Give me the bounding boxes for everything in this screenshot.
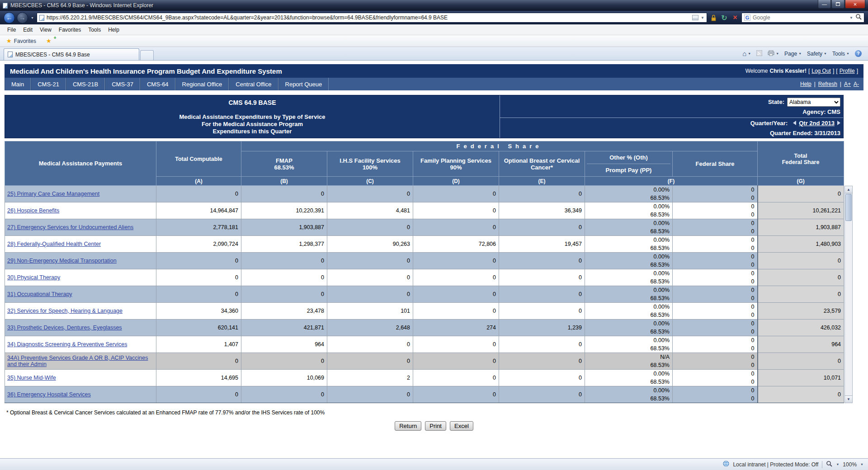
nav-tab-report-queue[interactable]: Report Queue <box>278 78 329 90</box>
federal-share-value: 0 <box>673 244 757 252</box>
payment-link[interactable]: 28) Federally-Qualified Health Center <box>7 241 101 247</box>
payment-link[interactable]: 29) Non-Emergency Medical Transportation <box>7 258 117 264</box>
history-dropdown-icon[interactable]: ▼ <box>30 16 35 19</box>
nav-tab-main[interactable]: Main <box>5 78 31 90</box>
menu-edit[interactable]: Edit <box>19 24 36 35</box>
refresh-link[interactable]: Refresh <box>818 81 837 87</box>
help-button[interactable]: ? <box>855 50 862 57</box>
nav-tab-cms-64[interactable]: CMS-64 <box>140 78 175 90</box>
payment-link[interactable]: 31) Occupational Therapy <box>7 291 72 297</box>
state-select[interactable]: Alabama <box>787 98 840 107</box>
compatibility-view-icon[interactable] <box>692 15 698 20</box>
payment-link[interactable]: 32) Services for Speech, Hearing & Langu… <box>7 308 123 314</box>
cell-g-total-federal-share: 10,071 <box>758 370 844 386</box>
maximize-button[interactable] <box>831 0 844 9</box>
logout-link[interactable]: Log Out <box>811 68 831 74</box>
refresh-button[interactable]: ↻ <box>720 13 729 23</box>
cell-b: 0 <box>241 286 327 303</box>
next-quarter-icon[interactable] <box>837 121 840 125</box>
cell-c: 0 <box>327 253 413 269</box>
page-menu-button[interactable]: Page ▼ <box>784 51 802 57</box>
prompt-pay-value: 68.53% <box>585 244 672 252</box>
print-button[interactable]: Print <box>425 421 446 431</box>
print-button[interactable]: ▼ <box>768 50 779 57</box>
zoom-level[interactable]: 100% <box>843 461 857 468</box>
payment-link[interactable]: 25) Primary Care Case Management <box>7 191 99 197</box>
payment-link[interactable]: 27) Emergency Services for Undocumented … <box>7 224 133 230</box>
cell-g-total-federal-share: 0 <box>758 186 844 202</box>
menu-help[interactable]: Help <box>104 24 123 35</box>
nav-tab-cms-37[interactable]: CMS-37 <box>105 78 140 90</box>
safety-menu-button[interactable]: Safety ▼ <box>807 51 827 57</box>
font-decrease-link[interactable]: A- <box>854 81 859 87</box>
font-increase-link[interactable]: A+ <box>844 81 851 87</box>
add-favorite-button[interactable]: ★ + <box>43 37 54 45</box>
col-letter-c: (C) <box>327 177 413 186</box>
back-button[interactable]: ← <box>4 12 15 24</box>
scrollbar-thumb[interactable] <box>845 194 852 221</box>
state-label: State: <box>768 99 784 105</box>
search-box[interactable]: G ▼ <box>741 13 864 23</box>
menu-favorites[interactable]: Favorites <box>55 24 85 35</box>
tools-menu-button[interactable]: Tools ▼ <box>832 51 849 57</box>
quarter-link[interactable]: Qtr 2nd 2013 <box>799 120 835 127</box>
nav-tab-cms-21b[interactable]: CMS-21B <box>66 78 105 90</box>
cell-federal-share: 00 <box>673 202 758 219</box>
vertical-scrollbar[interactable]: ▲ ▼ <box>844 186 853 403</box>
cell-a: 34,360 <box>156 303 241 320</box>
payment-link[interactable]: 34A) Preventive Services Grade A OR B, A… <box>7 355 148 367</box>
zoom-dropdown-icon[interactable]: ▼ <box>860 463 863 466</box>
scrollbar-track[interactable] <box>845 221 852 395</box>
minimize-button[interactable]: — <box>818 0 831 9</box>
stop-button[interactable]: × <box>731 13 740 23</box>
home-button[interactable]: ⌂ ▼ <box>742 50 751 57</box>
favorites-label: Favorites <box>14 38 36 44</box>
profile-link[interactable]: Profile <box>840 68 855 74</box>
cell-c: 90,263 <box>327 236 413 253</box>
form-title-block: CMS 64.9 BASE Medical Assistance Expendi… <box>5 95 500 138</box>
scrollbar-up-button[interactable]: ▲ <box>845 186 852 193</box>
search-magnifier-icon[interactable] <box>855 14 862 22</box>
user-name: Chris Kessler! <box>770 68 807 74</box>
status-bar: Local intranet | Protected Mode: Off ▼ 1… <box>0 458 868 470</box>
nav-tab-regional-office[interactable]: Regional Office <box>175 78 229 90</box>
new-tab-button[interactable] <box>140 50 154 60</box>
col-header-family-planning: Family Planning Services90% <box>413 151 499 177</box>
payment-link[interactable]: 26) Hospice Benefits <box>7 207 59 214</box>
previous-quarter-icon[interactable] <box>793 121 796 125</box>
payment-link[interactable]: 36) Emergency Hospital Services <box>7 391 91 398</box>
return-button[interactable]: Return <box>395 421 421 431</box>
browser-tab[interactable]: MBES/CBES - CMS 64.9 Base <box>4 48 139 60</box>
search-dropdown-icon[interactable]: ▼ <box>849 16 853 20</box>
payment-link[interactable]: 34) Diagnostic Screening & Preventive Se… <box>7 341 127 348</box>
payment-link[interactable]: 35) Nurse Mid-Wife <box>7 375 56 381</box>
menu-view[interactable]: View <box>36 24 55 35</box>
close-button[interactable]: × <box>845 0 865 9</box>
prompt-pay-value: 68.53% <box>585 277 672 286</box>
payment-link[interactable]: 30) Physical Therapy <box>7 274 60 281</box>
col-header-breast-cervical-cancer: Optional Breast or CervicalCancer* <box>499 151 585 177</box>
scrollbar-down-button[interactable]: ▼ <box>845 395 852 403</box>
forward-button[interactable]: → <box>17 12 28 24</box>
nav-tab-central-office[interactable]: Central Office <box>229 78 278 90</box>
cell-a: 14,964,847 <box>156 202 241 219</box>
zoom-magnifier-icon[interactable] <box>826 461 832 468</box>
prompt-pay-value: 68.53% <box>585 311 672 319</box>
excel-button[interactable]: Excel <box>450 421 473 431</box>
nav-tab-cms-21[interactable]: CMS-21 <box>31 78 66 90</box>
search-input[interactable] <box>753 14 847 21</box>
address-field[interactable]: ▼ <box>37 13 707 23</box>
help-link[interactable]: Help <box>800 81 811 87</box>
menu-tools[interactable]: Tools <box>85 24 104 35</box>
zoom-icon-dropdown[interactable]: ▼ <box>836 463 839 466</box>
favorites-button[interactable]: ★ Favorites <box>4 37 39 45</box>
payment-link[interactable]: 33) Prosthetic Devices, Dentures, Eyegla… <box>7 324 122 331</box>
url-input[interactable] <box>47 14 690 21</box>
cell-b: 1,298,377 <box>241 236 327 253</box>
menu-file[interactable]: File <box>4 24 19 35</box>
col-header-total-federal-share: TotalFederal Share <box>758 141 844 177</box>
bracket: [ <box>836 68 837 74</box>
address-dropdown-icon[interactable]: ▼ <box>701 16 704 20</box>
feeds-button[interactable] <box>756 50 762 57</box>
form-subtitle-line: For the Medical Assistance Program <box>5 121 500 128</box>
